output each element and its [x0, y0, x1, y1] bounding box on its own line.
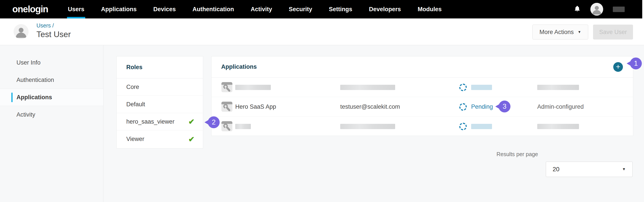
scrollbar-track[interactable] [642, 0, 644, 18]
add-application-button[interactable]: + [613, 62, 623, 72]
sidebar-item-activity[interactable]: Activity [0, 106, 103, 124]
nav-item-modules[interactable]: Modules [418, 0, 442, 18]
name-skeleton [235, 85, 271, 90]
page-header: Users / Test User More Actions ▼ Save Us… [0, 18, 644, 45]
breadcrumb[interactable]: Users / [36, 22, 54, 29]
role-row-hero-saas-viewer[interactable]: hero_saas_viewer ✔ [117, 113, 203, 130]
name-skeleton [235, 124, 251, 129]
loading-spinner-icon [459, 84, 467, 91]
nav-item-settings[interactable]: Settings [329, 0, 352, 18]
content-area: User Info Authentication Applications Ac… [0, 45, 644, 202]
nav-right-controls [574, 0, 625, 18]
roles-panel: Roles Core ✔ Default ✔ hero_saas_viewer … [116, 56, 203, 148]
nav-item-developers[interactable]: Developers [369, 0, 401, 18]
email-skeleton [340, 124, 395, 129]
provisioning-skeleton [537, 85, 579, 90]
email-skeleton [340, 85, 395, 90]
save-user-button[interactable]: Save User [593, 24, 633, 40]
chevron-down-icon: ▼ [578, 30, 581, 34]
loading-spinner-icon [459, 123, 467, 130]
nav-menu: Users Applications Devices Authenticatio… [68, 0, 442, 18]
nav-item-applications[interactable]: Applications [101, 0, 136, 18]
top-nav: onelogin Users Applications Devices Auth… [0, 0, 642, 18]
header-actions: More Actions ▼ Save User [532, 24, 633, 40]
annotation-bubble-3: 3 [498, 100, 510, 112]
application-row-loading[interactable] [212, 116, 633, 136]
sidebar: User Info Authentication Applications Ac… [0, 45, 104, 202]
status-skeleton [471, 124, 492, 129]
sidebar-item-user-info[interactable]: User Info [0, 54, 103, 71]
results-per-page-select[interactable]: 20 ▼ [546, 162, 632, 177]
application-login: testuser@scalekit.com [340, 97, 400, 116]
account-menu-chip[interactable] [613, 6, 625, 12]
application-row-loading[interactable] [212, 78, 633, 97]
role-row-viewer[interactable]: Viewer ✔ [117, 130, 203, 148]
screen: onelogin Users Applications Devices Auth… [0, 0, 644, 202]
results-per-page-label: Results per page [492, 151, 542, 158]
app-icon [221, 81, 233, 93]
results-per-page-value: 20 [553, 166, 622, 173]
nav-item-devices[interactable]: Devices [153, 0, 176, 18]
annotation-bubble-2: 2 [208, 116, 220, 128]
provisioning-state: Admin-configured [537, 97, 584, 116]
onelogin-logo: onelogin [12, 0, 48, 18]
nav-item-authentication[interactable]: Authentication [192, 0, 234, 18]
application-row-hero-saas-app[interactable]: Hero SaaS App testuser@scalekit.com Pend… [212, 97, 633, 116]
notification-bell-icon[interactable] [574, 5, 581, 13]
status-badge[interactable]: Pending [471, 104, 493, 110]
applications-panel-title: Applications [221, 64, 257, 70]
role-row-default[interactable]: Default ✔ [117, 96, 203, 113]
roles-panel-title: Roles [117, 56, 203, 78]
app-icon [221, 101, 233, 113]
nav-item-activity[interactable]: Activity [250, 0, 272, 18]
sidebar-item-authentication[interactable]: Authentication [0, 71, 103, 89]
provisioning-skeleton [537, 124, 579, 129]
application-name: Hero SaaS App [235, 97, 276, 116]
more-actions-button[interactable]: More Actions ▼ [532, 24, 588, 40]
sidebar-item-applications[interactable]: Applications [0, 89, 103, 106]
check-icon: ✔ [188, 136, 195, 143]
applications-panel: Applications + Hero SaaS App testuser@ [211, 56, 633, 136]
page-title: Test User [36, 30, 71, 39]
role-row-core[interactable]: Core ✔ [117, 78, 203, 96]
nav-item-users[interactable]: Users [68, 0, 84, 18]
applications-panel-header: Applications + [212, 56, 633, 78]
user-avatar[interactable] [590, 3, 603, 16]
check-icon: ✔ [188, 118, 195, 125]
loading-spinner-icon [459, 103, 467, 111]
nav-item-security[interactable]: Security [289, 0, 312, 18]
status-skeleton [471, 85, 492, 90]
annotation-bubble-1: 1 [630, 58, 642, 70]
app-icon [221, 120, 233, 132]
chevron-down-icon: ▼ [622, 167, 626, 172]
user-profile-avatar [14, 24, 28, 39]
plus-icon: + [616, 63, 620, 70]
